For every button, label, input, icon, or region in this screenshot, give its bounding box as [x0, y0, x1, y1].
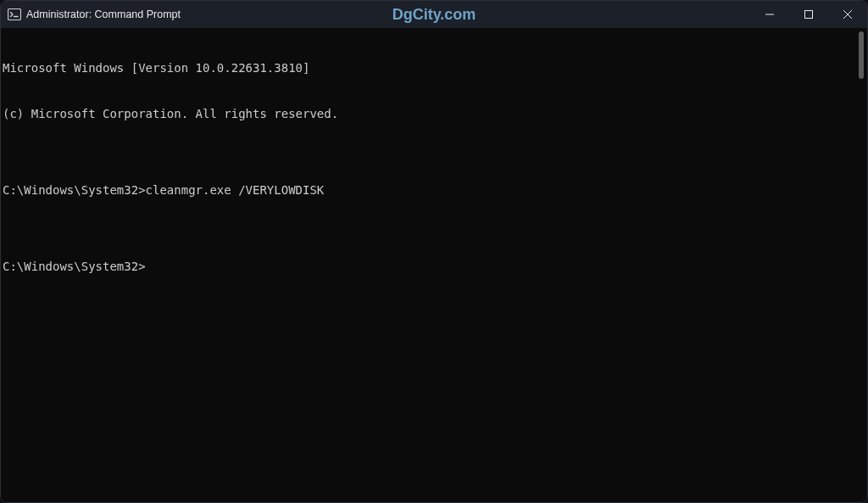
window-controls	[750, 1, 867, 28]
command-prompt-icon	[8, 8, 21, 21]
window-title: Administrator: Command Prompt	[26, 8, 181, 20]
svg-rect-3	[805, 11, 813, 19]
terminal-area: Microsoft Windows [Version 10.0.22631.38…	[1, 28, 867, 502]
scrollbar[interactable]	[855, 28, 867, 502]
terminal-line: (c) Microsoft Corporation. All rights re…	[3, 106, 854, 121]
titlebar[interactable]: Administrator: Command Prompt DgCity.com	[1, 1, 867, 28]
svg-rect-0	[8, 9, 21, 20]
maximize-button[interactable]	[789, 1, 828, 28]
terminal-output[interactable]: Microsoft Windows [Version 10.0.22631.38…	[1, 28, 855, 502]
command-prompt-window: Administrator: Command Prompt DgCity.com…	[0, 0, 868, 503]
scroll-thumb[interactable]	[859, 31, 864, 79]
terminal-prompt[interactable]: C:\Windows\System32>	[3, 259, 854, 274]
minimize-button[interactable]	[750, 1, 789, 28]
terminal-line: C:\Windows\System32>cleanmgr.exe /VERYLO…	[3, 182, 854, 198]
terminal-line: Microsoft Windows [Version 10.0.22631.38…	[3, 60, 854, 75]
close-button[interactable]	[828, 1, 867, 28]
titlebar-left: Administrator: Command Prompt	[1, 8, 181, 21]
watermark-text: DgCity.com	[392, 6, 476, 24]
